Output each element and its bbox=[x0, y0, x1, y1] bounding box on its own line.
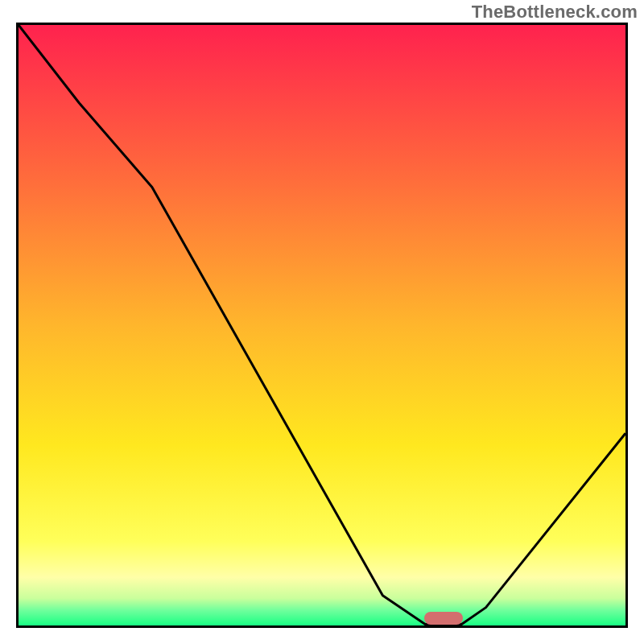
bottleneck-curve bbox=[19, 25, 625, 625]
optimal-marker bbox=[424, 612, 463, 625]
watermark-text: TheBottleneck.com bbox=[472, 2, 638, 23]
chart-container: TheBottleneck.com bbox=[0, 0, 644, 644]
plot-area bbox=[16, 23, 628, 628]
